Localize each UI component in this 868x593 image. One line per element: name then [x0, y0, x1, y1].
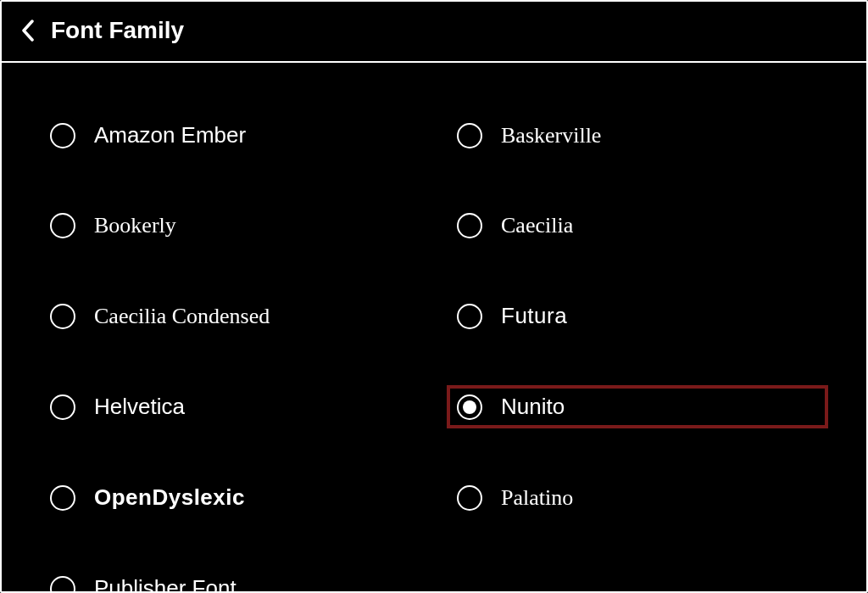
- radio-icon: [50, 576, 75, 594]
- font-option-bookerly[interactable]: Bookerly: [40, 204, 421, 247]
- font-option-caecilia[interactable]: Caecilia: [447, 204, 828, 247]
- font-option-nunito[interactable]: Nunito: [447, 385, 828, 428]
- radio-icon: [457, 213, 482, 238]
- font-label: Bookerly: [94, 213, 176, 238]
- radio-icon: [457, 123, 482, 148]
- font-label: Baskerville: [501, 123, 601, 148]
- font-label: Palatino: [501, 485, 573, 511]
- font-label: Caecilia: [501, 213, 573, 238]
- font-option-helvetica[interactable]: Helvetica: [40, 385, 421, 428]
- font-label: Futura: [501, 303, 567, 329]
- page-title: Font Family: [51, 17, 184, 44]
- radio-icon: [457, 304, 482, 329]
- font-option-caecilia-condensed[interactable]: Caecilia Condensed: [40, 294, 421, 338]
- radio-icon: [50, 485, 75, 511]
- font-option-palatino[interactable]: Palatino: [447, 476, 828, 519]
- font-option-futura[interactable]: Futura: [447, 294, 828, 338]
- font-label: Publisher Font: [94, 575, 236, 593]
- radio-icon: [50, 213, 75, 238]
- header: Font Family: [2, 2, 866, 63]
- font-option-publisher-font[interactable]: Publisher Font: [40, 567, 421, 593]
- font-label: OpenDyslexic: [94, 484, 245, 511]
- font-list: Amazon Ember Baskerville Bookerly Caecil…: [2, 63, 866, 593]
- font-option-amazon-ember[interactable]: Amazon Ember: [40, 114, 421, 157]
- font-option-baskerville[interactable]: Baskerville: [447, 114, 828, 157]
- radio-icon: [457, 485, 482, 511]
- radio-icon-selected: [457, 394, 482, 420]
- font-label: Caecilia Condensed: [94, 304, 270, 329]
- back-icon[interactable]: [20, 19, 36, 42]
- radio-icon: [50, 394, 75, 420]
- radio-icon: [50, 123, 75, 148]
- font-label: Helvetica: [94, 394, 185, 420]
- radio-icon: [50, 304, 75, 329]
- font-label: Amazon Ember: [94, 122, 246, 148]
- font-option-opendyslexic[interactable]: OpenDyslexic: [40, 476, 421, 519]
- font-label: Nunito: [501, 394, 565, 420]
